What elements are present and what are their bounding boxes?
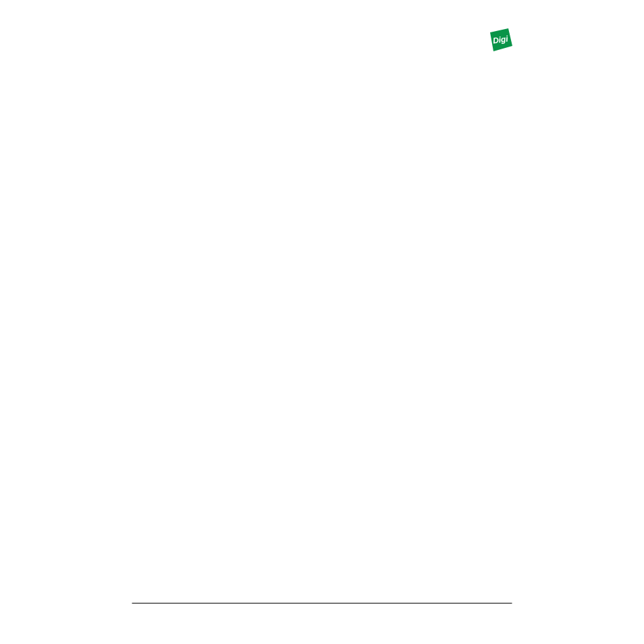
footer-divider xyxy=(132,603,512,603)
digi-logo: Digi xyxy=(488,28,512,51)
